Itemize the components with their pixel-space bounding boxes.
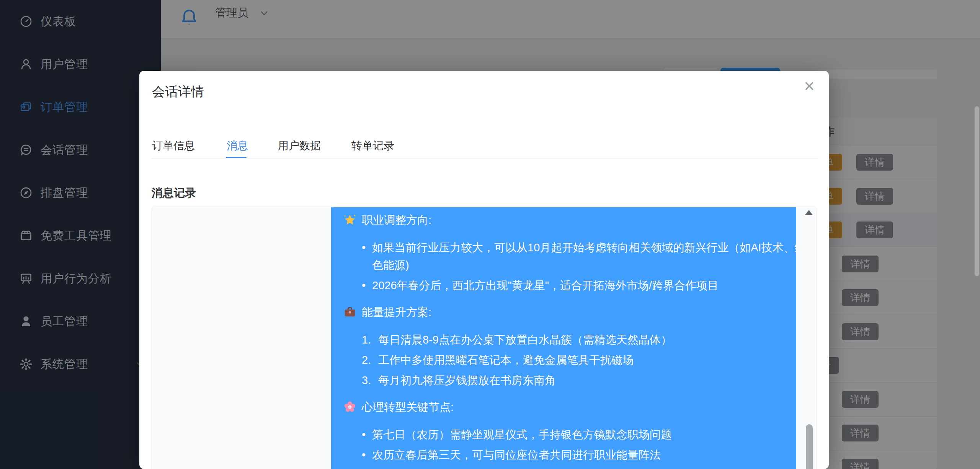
list-item-lines: 第七日（农历）需静坐观星仪式，手持银色方镜默念职场问题 — [372, 426, 672, 443]
tabs-divider — [152, 158, 818, 158]
page-scrollbar-thumb[interactable] — [975, 106, 979, 276]
message-heading: 能量提升方案: — [343, 303, 784, 321]
briefcase-emoji — [343, 306, 356, 319]
list-marker: • — [362, 277, 372, 294]
message-list-item: 1.每日清晨8-9点在办公桌下放置白水晶簇（需精选天然晶体） — [362, 331, 784, 348]
message-line: 第七日（农历）需静坐观星仪式，手持银色方镜默念职场问题 — [372, 426, 672, 443]
message-heading-text: 能量提升方案: — [362, 303, 431, 321]
message-list-item: •如果当前行业压力较大，可以从10月起开始考虑转向相关领域的新兴行业（如AI技术… — [362, 239, 784, 274]
message-line: 如果当前行业压力较大，可以从10月起开始考虑转向相关领域的新兴行业（如AI技术、… — [372, 239, 796, 256]
message-section-title: 消息记录 — [152, 186, 196, 201]
modal-title: 会话详情 — [152, 83, 204, 101]
list-item-lines: 农历立春后第三天，可与同位座位者共同进行职业能量阵法 — [372, 446, 661, 464]
message-heading-text: 职业调整方向: — [362, 211, 431, 229]
blossom-emoji — [343, 401, 356, 414]
message-list-item: •2026年春分后，西北方出现"黄龙星"，适合开拓海外市场/跨界合作项目 — [362, 277, 784, 294]
message-scroll-up-arrow[interactable] — [805, 210, 813, 215]
message-line: 每月初九将压岁钱摆放在书房东南角 — [378, 371, 556, 389]
tab-2[interactable]: 消息 — [227, 138, 248, 153]
message-list-item: •农历立春后第三天，可与同位座位者共同进行职业能量阵法 — [362, 446, 784, 464]
tab-3[interactable]: 用户数据 — [278, 138, 321, 153]
message-list-item: •第七日（农历）需静坐观星仪式，手持银色方镜默念职场问题 — [362, 426, 784, 443]
list-item-lines: 如果当前行业压力较大，可以从10月起开始考虑转向相关领域的新兴行业（如AI技术、… — [372, 239, 796, 274]
screen: 管理员 操作 转单详情转单详情转单详情详情详情详情详情详情详情详情 仪表板用户管… — [0, 0, 980, 469]
list-marker: • — [362, 446, 372, 464]
close-icon[interactable]: × — [798, 75, 821, 98]
star-emoji — [343, 213, 356, 226]
message-list-item: 3.每月初九将压岁钱摆放在书房东南角 — [362, 371, 784, 389]
list-marker: 2. — [362, 351, 378, 369]
tab-4[interactable]: 转单记录 — [351, 138, 394, 153]
list-marker: 3. — [362, 371, 378, 389]
message-list-item: 2.工作中多使用黑曜石笔记本，避免金属笔具干扰磁场 — [362, 351, 784, 369]
tab-1[interactable]: 订单信息 — [152, 138, 195, 153]
list-marker: • — [362, 426, 372, 443]
message-line: 2026年春分后，西北方出现"黄龙星"，适合开拓海外市场/跨界合作项目 — [372, 277, 719, 294]
message-line: 农历立春后第三天，可与同位座位者共同进行职业能量阵法 — [372, 446, 661, 464]
message-scrollbar-thumb[interactable] — [806, 424, 813, 469]
message-heading-text: 心理转型关键节点: — [362, 398, 454, 416]
list-item-lines: 每月初九将压岁钱摆放在书房东南角 — [378, 371, 556, 389]
message-line: 工作中多使用黑曜石笔记本，避免金属笔具干扰磁场 — [378, 351, 634, 369]
message-bubble: 职业调整方向:•如果当前行业压力较大，可以从10月起开始考虑转向相关领域的新兴行… — [331, 207, 796, 469]
message-list: 职业调整方向:•如果当前行业压力较大，可以从10月起开始考虑转向相关领域的新兴行… — [152, 207, 817, 469]
message-heading: 心理转型关键节点: — [343, 398, 784, 416]
message-heading: 职业调整方向: — [343, 211, 784, 229]
message-line: 色能源) — [372, 256, 796, 274]
list-item-lines: 2026年春分后，西北方出现"黄龙星"，适合开拓海外市场/跨界合作项目 — [372, 277, 719, 294]
list-item-lines: 每日清晨8-9点在办公桌下放置白水晶簇（需精选天然晶体） — [378, 331, 672, 348]
list-item-lines: 工作中多使用黑曜石笔记本，避免金属笔具干扰磁场 — [378, 351, 634, 369]
session-detail-modal: 会话详情 × 订单信息消息用户数据转单记录 消息记录 职业调整方向:•如果当前行… — [139, 71, 829, 469]
message-line: 每日清晨8-9点在办公桌下放置白水晶簇（需精选天然晶体） — [378, 331, 672, 348]
list-marker: • — [362, 239, 372, 274]
list-marker: 1. — [362, 331, 378, 348]
